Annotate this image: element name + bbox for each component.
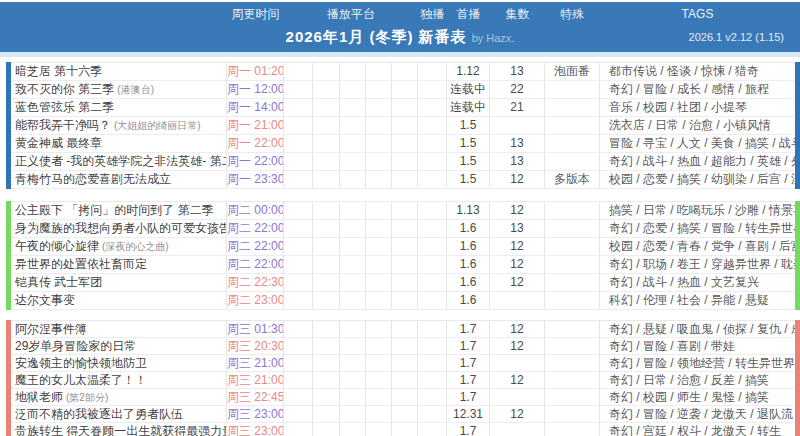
platform-cell — [366, 238, 392, 255]
airtime-cell: 周一 22:00 — [227, 153, 284, 170]
show-title-cell: 暗芝居 第十六季 — [11, 63, 227, 80]
platform-cell — [366, 153, 392, 170]
premiere-date: 1.7 — [460, 390, 477, 404]
platform-cell — [340, 292, 366, 309]
platform-cell — [313, 406, 340, 422]
premiere-date: 1.6 — [460, 293, 477, 307]
col-header-platform: 播放平台 — [284, 2, 418, 24]
special-cell — [545, 355, 600, 371]
airtime: 周一 23:30 — [227, 172, 284, 186]
author-credit: by Hazx. — [472, 32, 515, 44]
episode-count: 13 — [510, 154, 523, 168]
episode-count-cell: 13 — [490, 220, 545, 237]
show-title: 午夜的倾心旋律 — [15, 239, 99, 253]
premiere-cell: 1.6 — [447, 256, 490, 273]
episode-count: 12 — [510, 339, 523, 353]
exclusive-cell — [418, 81, 447, 98]
airtime-cell: 周二 23:00 — [227, 292, 284, 309]
show-title-cell: 异世界的处置依社畜而定 — [11, 256, 227, 273]
tags-text: 都市传说 / 怪谈 / 惊悚 / 猎奇 — [609, 64, 759, 78]
platform-cell — [340, 238, 366, 255]
show-title-cell: 达尔文事变 — [11, 292, 227, 309]
table-row: 正义使者 -我的英雄学院之非法英雄- 第二季 周一 22:00 1.5 13 奇… — [11, 153, 795, 171]
premiere-cell: 12.31 — [447, 406, 490, 422]
premiere-cell: 1.12 — [447, 63, 490, 80]
premiere-date: 1.6 — [460, 257, 477, 271]
airtime: 周一 22:00 — [227, 136, 284, 150]
platform-cell — [340, 81, 366, 98]
platform-cell — [313, 220, 340, 237]
show-title-cell: 能帮我弄干净吗？(大姐姐的绮丽日常) — [11, 117, 227, 134]
column-headers: 周更时间 播放平台 独播 首播 集数 特殊 TAGS — [0, 2, 800, 24]
platform-cell — [366, 372, 392, 388]
special-cell — [545, 238, 600, 255]
platform-cell — [284, 321, 313, 337]
premiere-date: 连载中 — [450, 82, 486, 96]
tags-text: 洗衣店 / 日常 / 治愈 / 小镇风情 — [609, 118, 771, 132]
airtime: 周二 22:00 — [227, 221, 284, 235]
episode-count: 21 — [510, 100, 523, 114]
table-row: 青梅竹马的恋爱喜剧无法成立 周一 23:30 1.5 12 多版本 校园 / 恋… — [11, 171, 795, 189]
premiere-date: 1.7 — [460, 424, 477, 436]
premiere-cell: 1.6 — [447, 238, 490, 255]
table-row: 29岁单身冒险家的日常 周三 20:30 1.7 12 奇幻 / 冒险 / 喜剧… — [11, 338, 795, 355]
premiere-date: 1.6 — [460, 221, 477, 235]
tags-cell: 科幻 / 伦理 / 社会 / 异能 / 悬疑 — [600, 292, 795, 309]
show-title: 安逸领主的愉快领地防卫 — [15, 356, 147, 370]
platform-cell — [392, 220, 418, 237]
show-title: 异世界的处置依社畜而定 — [15, 257, 147, 271]
platform-cell — [366, 135, 392, 152]
platform-cell — [284, 81, 313, 98]
table-row: 致不灭的你 第三季(港澳台) 周一 12:00 连载中 22 奇幻 / 冒险 /… — [11, 81, 795, 99]
exclusive-cell — [418, 423, 447, 436]
show-title: 29岁单身冒险家的日常 — [15, 339, 136, 353]
premiere-cell: 1.13 — [447, 202, 490, 219]
tags-text: 奇幻 / 悬疑 / 吸血鬼 / 侦探 / 复仇 / 成长 — [609, 322, 795, 336]
platform-cell — [340, 389, 366, 405]
table-row: 达尔文事变 周二 23:00 1.6 科幻 / 伦理 / 社会 / 异能 / 悬… — [11, 292, 795, 310]
table-row: 异世界的处置依社畜而定 周二 22:00 1.6 12 奇幻 / 职场 / 卷王… — [11, 256, 795, 274]
tags-cell: 奇幻 / 冒险 / 喜剧 / 带娃 — [600, 338, 795, 354]
episode-count: 12 — [510, 203, 523, 217]
airtime: 周三 22:45 — [227, 390, 284, 404]
show-title-note: (大姐姐的绮丽日常) — [114, 120, 201, 131]
show-title: 公主殿下 「拷问」的时间到了 第二季 — [15, 203, 214, 217]
show-title: 正义使者 -我的英雄学院之非法英雄- 第二季 — [15, 154, 227, 168]
table-row: 安逸领主的愉快领地防卫 周三 21:00 1.7 奇幻 / 冒险 / 领地经营 … — [11, 355, 795, 372]
platform-cell — [392, 99, 418, 116]
exclusive-cell — [418, 220, 447, 237]
episode-count-cell — [490, 355, 545, 371]
platform-cell — [366, 63, 392, 80]
platform-cell — [340, 321, 366, 337]
premiere-date: 12.31 — [453, 407, 483, 421]
exclusive-cell — [418, 256, 447, 273]
table-row: 泛而不精的我被逐出了勇者队伍 周三 23:00 12.31 12 奇幻 / 冒险… — [11, 406, 795, 423]
show-title-cell: 阿尔涅事件簿 — [11, 321, 227, 337]
platform-cell — [313, 355, 340, 371]
exclusive-cell — [418, 389, 447, 405]
tags-text: 科幻 / 伦理 / 社会 / 异能 / 悬疑 — [609, 293, 769, 307]
platform-cell — [313, 117, 340, 134]
table-row: 地狱老师(第2部分) 周三 22:45 1.7 奇幻 / 校园 / 师生 / 鬼… — [11, 389, 795, 406]
episode-count-cell: 12 — [490, 372, 545, 388]
show-title-cell: 29岁单身冒险家的日常 — [11, 338, 227, 354]
tags-text: 奇幻 / 冒险 / 喜剧 / 带娃 — [609, 339, 735, 353]
platform-cell — [284, 63, 313, 80]
col-header-tags: TAGS — [600, 2, 795, 24]
premiere-cell: 连载中 — [447, 99, 490, 116]
show-title: 蓝色管弦乐 第二季 — [15, 100, 114, 114]
airtime: 周一 21:00 — [227, 118, 284, 132]
episode-count-cell: 22 — [490, 81, 545, 98]
exclusive-cell — [418, 406, 447, 422]
show-title-cell: 铠真传 武士军团 — [11, 274, 227, 291]
platform-cell — [313, 338, 340, 354]
airtime: 周三 23:00 — [227, 424, 284, 436]
tags-cell: 奇幻 / 悬疑 / 吸血鬼 / 侦探 / 复仇 / 成长 — [600, 321, 795, 337]
platform-cell — [366, 355, 392, 371]
airtime-cell: 周一 23:30 — [227, 171, 284, 188]
table-row: 公主殿下 「拷问」的时间到了 第二季 周二 00:00 1.13 12 搞笑 /… — [11, 202, 795, 220]
show-title-cell: 魔王的女儿太温柔了！！ — [11, 372, 227, 388]
premiere-cell: 1.5 — [447, 171, 490, 188]
airtime: 周三 21:00 — [227, 356, 284, 370]
tags-cell: 奇幻 / 职场 / 卷王 / 穿越异世界 / 耽美 — [600, 256, 795, 273]
